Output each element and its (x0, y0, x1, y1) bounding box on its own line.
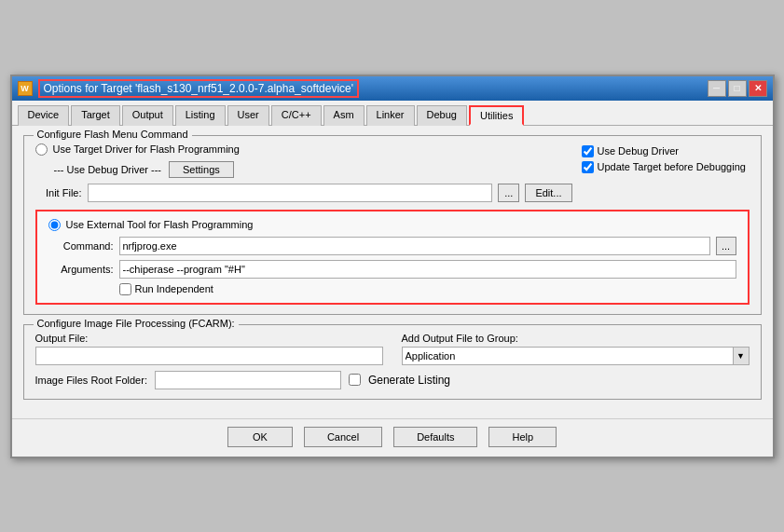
image-processing-group: Configure Image File Processing (FCARM):… (23, 324, 762, 400)
maximize-button[interactable]: □ (728, 80, 747, 97)
arguments-label: Arguments: (48, 264, 114, 275)
arguments-input[interactable] (119, 260, 736, 279)
flash-left: Use Target Driver for Flash Programming … (35, 143, 572, 202)
title-controls: ─ □ ✕ (708, 80, 767, 97)
main-window: W Options for Target 'flash_s130_nrf51_2… (10, 75, 775, 458)
root-folder-label: Image Files Root Folder: (35, 375, 147, 386)
image-two-col: Output File: Add Output File to Group: ▼ (35, 333, 750, 365)
arguments-row: Arguments: (48, 260, 736, 279)
init-file-row: Init File: ... Edit... (35, 184, 572, 202)
minimize-button[interactable]: ─ (708, 80, 726, 97)
use-debug-driver-checkbox[interactable] (582, 145, 594, 157)
command-browse-button[interactable]: ... (716, 237, 736, 255)
tab-device[interactable]: Device (18, 105, 70, 126)
driver-line-text: --- Use Debug Driver --- (54, 164, 162, 175)
ok-button[interactable]: OK (227, 427, 293, 447)
radio-target-driver-label: Use Target Driver for Flash Programming (53, 143, 240, 155)
close-button[interactable]: ✕ (749, 80, 767, 97)
group-dropdown-arrow[interactable]: ▼ (733, 347, 750, 365)
tab-cpp[interactable]: C/C++ (271, 105, 322, 126)
radio-target-driver-row: Use Target Driver for Flash Programming (35, 143, 572, 156)
output-file-label: Output File: (35, 333, 383, 344)
output-file-input[interactable] (35, 347, 383, 365)
add-output-col: Add Output File to Group: ▼ (402, 333, 750, 365)
flash-top-section: Use Target Driver for Flash Programming … (35, 143, 750, 202)
title-bar-left: W Options for Target 'flash_s130_nrf51_2… (18, 79, 360, 98)
content-area: Configure Flash Menu Command Use Target … (12, 126, 773, 418)
flash-menu-group-title: Configure Flash Menu Command (34, 129, 192, 140)
tab-utilities[interactable]: Utilities (469, 105, 524, 126)
flash-right: Use Debug Driver Update Target before De… (582, 143, 750, 202)
radio-external-tool[interactable] (48, 219, 61, 231)
defaults-button[interactable]: Defaults (393, 427, 477, 447)
tab-debug[interactable]: Debug (417, 105, 467, 126)
update-target-checkbox[interactable] (582, 161, 594, 173)
init-file-input[interactable] (88, 184, 493, 202)
settings-button[interactable]: Settings (169, 161, 234, 178)
help-button[interactable]: Help (488, 427, 557, 447)
external-tool-box: Use External Tool for Flash Programming … (35, 210, 750, 305)
cancel-button[interactable]: Cancel (304, 427, 382, 447)
image-processing-title: Configure Image File Processing (FCARM): (34, 318, 239, 329)
use-debug-driver-row: Use Debug Driver (582, 145, 750, 157)
run-independent-row: Run Independent (119, 283, 736, 295)
run-independent-checkbox[interactable] (119, 283, 131, 295)
app-icon: W (18, 81, 33, 96)
group-dropdown-row: ▼ (402, 347, 750, 365)
init-file-label: Init File: (35, 187, 82, 198)
generate-listing-label: Generate Listing (368, 374, 450, 387)
edit-button[interactable]: Edit... (525, 184, 571, 202)
tab-linker[interactable]: Linker (366, 105, 415, 126)
generate-listing-checkbox[interactable] (349, 374, 361, 386)
tab-output[interactable]: Output (122, 105, 173, 126)
tab-listing[interactable]: Listing (175, 105, 226, 126)
footer: OK Cancel Defaults Help (12, 418, 773, 457)
run-independent-label: Run Independent (135, 283, 213, 294)
group-dropdown-input[interactable] (402, 347, 733, 365)
command-input[interactable] (119, 237, 710, 255)
tab-user[interactable]: User (227, 105, 269, 126)
command-label: Command: (48, 240, 114, 252)
root-folder-row: Image Files Root Folder: Generate Listin… (35, 371, 750, 389)
output-file-col: Output File: (35, 333, 383, 365)
use-debug-driver-label: Use Debug Driver (598, 145, 679, 157)
tab-asm[interactable]: Asm (323, 105, 364, 126)
tab-target[interactable]: Target (71, 105, 120, 126)
radio-external-tool-row: Use External Tool for Flash Programming (48, 219, 736, 231)
radio-external-tool-label: Use External Tool for Flash Programming (66, 219, 254, 230)
root-folder-input[interactable] (155, 371, 341, 389)
tab-bar: Device Target Output Listing User C/C++ … (12, 101, 773, 126)
browse-button[interactable]: ... (498, 184, 519, 202)
flash-menu-group: Configure Flash Menu Command Use Target … (23, 135, 762, 315)
radio-target-driver[interactable] (35, 143, 48, 156)
update-target-label: Update Target before Debugging (598, 161, 746, 172)
title-bar: W Options for Target 'flash_s130_nrf51_2… (12, 76, 773, 101)
add-output-label: Add Output File to Group: (402, 333, 750, 344)
window-title: Options for Target 'flash_s130_nrf51_2.0… (38, 79, 360, 98)
command-row: Command: ... (48, 237, 736, 255)
update-target-row: Update Target before Debugging (582, 161, 750, 173)
